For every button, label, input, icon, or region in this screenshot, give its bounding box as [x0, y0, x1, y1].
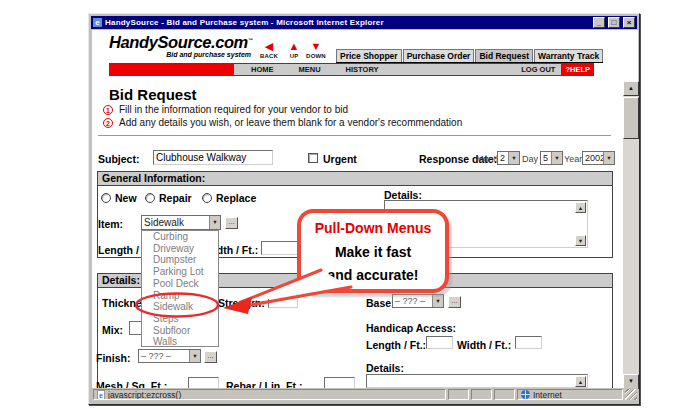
status-pane: e javascript:ezcross(): [93, 389, 446, 400]
dropdown-option[interactable]: Steps: [142, 313, 218, 325]
month-select[interactable]: 2 ▼: [497, 151, 520, 165]
dropdown-arrow-icon[interactable]: ▼: [508, 152, 519, 164]
day-select[interactable]: 5 ▼: [540, 151, 563, 165]
menu-item-menu[interactable]: MENU: [299, 65, 321, 74]
radio-new[interactable]: [101, 193, 111, 203]
nav-up-button[interactable]: ▲ UP: [283, 40, 305, 59]
scrollbar-up-icon[interactable]: ▲: [623, 81, 639, 96]
dropdown-arrow-icon[interactable]: ▼: [551, 152, 562, 164]
finish-select[interactable]: – ??? – ▼: [138, 349, 201, 363]
callout-title: Pull-Down Menus: [301, 220, 445, 236]
status-bar: e javascript:ezcross() Internet: [92, 388, 638, 401]
subject-label: Subject:: [98, 153, 139, 165]
dropdown-option[interactable]: Curbing: [142, 231, 218, 243]
down-label: DOWN: [303, 53, 329, 59]
scroll-down-icon[interactable]: ▼: [575, 235, 586, 246]
dropdown-option[interactable]: Subfloor: [142, 325, 218, 337]
step-2-number: 2: [103, 118, 113, 128]
dropdown-option[interactable]: Walls: [142, 336, 218, 348]
finish-value: – ??? –: [139, 350, 189, 362]
scrollbar-thumb[interactable]: [623, 97, 639, 139]
dropdown-option[interactable]: Dumpster: [142, 254, 218, 266]
dropdown-arrow-icon[interactable]: ▼: [603, 152, 614, 164]
urgent-checkbox[interactable]: [308, 153, 318, 163]
globe-icon: [521, 390, 530, 399]
year-select[interactable]: 2002 ▼: [582, 151, 615, 165]
callout-bubble: Pull-Down Menus Make it fast and accurat…: [297, 209, 449, 293]
radio-replace[interactable]: [202, 193, 212, 203]
dropdown-arrow-icon[interactable]: ▼: [209, 216, 220, 229]
radio-repair[interactable]: [145, 193, 155, 203]
year-value: 2002: [583, 152, 603, 164]
finish-more-button[interactable]: ...: [204, 351, 217, 363]
close-button[interactable]: ×: [623, 17, 635, 28]
status-pane-small: [471, 389, 492, 400]
menu-item-home[interactable]: HOME: [251, 65, 274, 74]
mix-label: Mix:: [102, 324, 123, 336]
back-arrow-icon: ◀: [256, 40, 282, 52]
tab-price-shopper[interactable]: Price Shopper: [336, 49, 402, 62]
callout-line3: and accurate!: [301, 267, 445, 283]
item-value: Sidewalk: [142, 216, 209, 229]
resize-grip[interactable]: [625, 389, 637, 400]
security-zone-pane: Internet: [517, 389, 623, 400]
ie-document-icon: e: [97, 390, 105, 400]
up-label: UP: [283, 53, 305, 59]
hc-length-input[interactable]: [426, 336, 453, 349]
dropdown-option[interactable]: Ramp: [142, 290, 218, 302]
day-value: 5: [541, 152, 551, 164]
item-more-button[interactable]: ...: [225, 217, 238, 229]
scroll-up-icon[interactable]: ▲: [575, 202, 586, 213]
up-arrow-icon: ▲: [283, 40, 305, 52]
logo-wordmark: HandySource.com: [109, 33, 248, 51]
tab-purchase-order[interactable]: Purchase Order: [403, 49, 475, 62]
handicap-access-label: Handicap Access:: [366, 322, 456, 334]
minimize-button[interactable]: _: [593, 17, 605, 28]
back-label: BACK: [256, 53, 282, 59]
dropdown-arrow-icon[interactable]: ▼: [432, 295, 443, 307]
nav-back-button[interactable]: ◀ BACK: [256, 40, 282, 59]
radio-replace-label: Replace: [216, 192, 256, 204]
general-information-header: General Information:: [98, 172, 612, 186]
tab-warranty-track[interactable]: Warranty Track: [534, 49, 603, 62]
down-arrow-icon: ▼: [303, 40, 329, 52]
dropdown-arrow-icon[interactable]: ▼: [189, 350, 200, 362]
dropdown-option-sidewalk[interactable]: Sidewalk: [142, 301, 218, 313]
tab-bid-request[interactable]: Bid Request: [475, 49, 533, 62]
base-value: – ??? –: [393, 295, 432, 307]
red-banner-block: [109, 64, 234, 75]
browser-window: e HandySource - Bid and Purchase system …: [88, 13, 640, 405]
maximize-button[interactable]: □: [608, 17, 620, 28]
subject-input[interactable]: [153, 150, 273, 165]
instruction-step-1: 1 Fill in the information required for y…: [103, 104, 348, 115]
base-select[interactable]: – ??? – ▼: [392, 294, 444, 308]
step-1-text: Fill in the information required for you…: [119, 104, 348, 115]
menu-item-history[interactable]: HISTORY: [346, 65, 379, 74]
window-titlebar[interactable]: e HandySource - Bid and Purchase system …: [91, 16, 637, 29]
details2-textarea[interactable]: ▲: [366, 374, 588, 388]
step-1-number: 1: [103, 105, 113, 115]
logout-button[interactable]: LOG OUT: [521, 65, 555, 74]
day-label: Day: [522, 154, 538, 164]
page-title: Bid Request: [109, 86, 197, 103]
help-button[interactable]: ?HELP: [561, 64, 594, 75]
strength-input[interactable]: [268, 294, 298, 308]
status-pane-small: [448, 389, 469, 400]
dropdown-option[interactable]: Pool Deck: [142, 278, 218, 290]
hc-width-label: Width / Ft.:: [457, 339, 511, 351]
scrollbar-down-icon[interactable]: ▼: [623, 374, 639, 389]
vertical-scrollbar[interactable]: ▲ ▼: [623, 81, 639, 389]
nav-down-button[interactable]: ▼ DOWN: [303, 40, 329, 59]
status-pane-small: [494, 389, 515, 400]
hc-width-input[interactable]: [515, 336, 542, 349]
finish-label: Finish:: [96, 352, 130, 364]
item-select[interactable]: Sidewalk ▼: [141, 215, 221, 230]
radio-repair-label: Repair: [159, 192, 192, 204]
strength-label: Strength:: [218, 297, 265, 309]
dropdown-option[interactable]: Parking Lot: [142, 266, 218, 278]
month-value: 2: [498, 152, 508, 164]
dropdown-option[interactable]: Driveway: [142, 243, 218, 255]
scroll-up-icon[interactable]: ▲: [575, 376, 586, 387]
base-more-button[interactable]: ...: [448, 296, 461, 308]
logo-tagline: Bid and purchase system: [109, 51, 251, 58]
